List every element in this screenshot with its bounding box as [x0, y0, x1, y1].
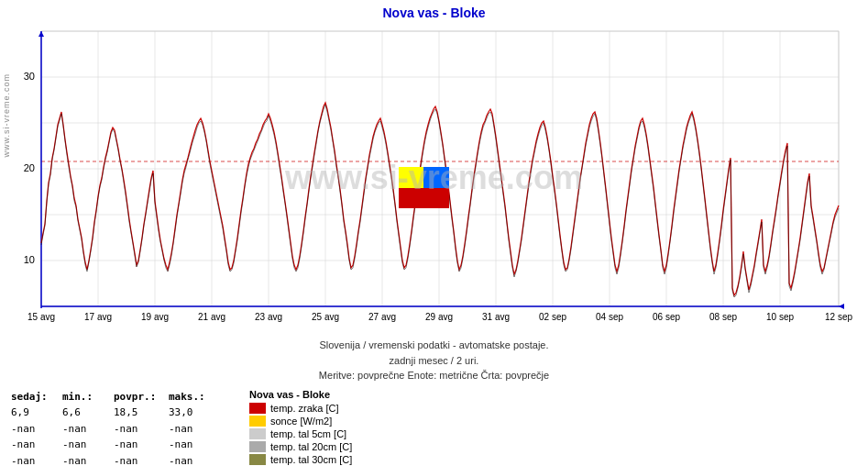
subtitle-line2: zadnji mesec / 2 uri. [0, 353, 868, 369]
stats-table: sedaj: min.: povpr.: maks.: 6,9 6,6 18,5… [11, 389, 222, 467]
svg-text:10 sep: 10 sep [766, 312, 794, 322]
legend-item-3: temp. tal 20cm [C] [249, 441, 352, 452]
subtitle-line3: Meritve: povprečne Enote: metrične Črta:… [0, 368, 868, 383]
legend-label-3: temp. tal 20cm [C] [270, 441, 352, 452]
chart-svg: 10 20 30 15 avg 17 avg 19 avg 21 avg 23 … [0, 22, 868, 334]
chart-title: Nova vas - Bloke [0, 0, 868, 22]
stat-r1-min: 6,6 [62, 405, 106, 421]
legend-label-2: temp. tal 5cm [C] [270, 428, 346, 439]
svg-text:27 avg: 27 avg [368, 312, 396, 322]
legend-item-0: temp. zraka [C] [249, 403, 352, 414]
legend-title: Nova vas - Bloke [249, 389, 352, 400]
svg-text:31 avg: 31 avg [482, 312, 510, 322]
svg-text:30: 30 [24, 71, 35, 82]
legend-item-2: temp. tal 5cm [C] [249, 428, 352, 439]
stat-header-povpr: povpr.: [114, 389, 161, 405]
svg-text:10: 10 [24, 254, 35, 265]
svg-text:08 sep: 08 sep [709, 312, 737, 322]
stat-r1-maks: 33,0 [169, 405, 213, 421]
legend-item-1: sonce [W/m2] [249, 416, 352, 427]
stat-header-min: min.: [62, 389, 106, 405]
legend-color-3 [249, 441, 266, 452]
legend-color-4 [249, 454, 266, 465]
svg-text:23 avg: 23 avg [255, 312, 282, 322]
legend-label-4: temp. tal 30cm [C] [270, 454, 352, 465]
svg-text:02 sep: 02 sep [539, 312, 566, 322]
legend-label-0: temp. zraka [C] [270, 403, 339, 414]
svg-text:21 avg: 21 avg [198, 312, 225, 322]
svg-text:29 avg: 29 avg [425, 312, 453, 322]
subtitle-line1: Slovenija / vremenski podatki - avtomats… [0, 338, 868, 353]
legend-section: Nova vas - Bloke temp. zraka [C] sonce [… [249, 389, 352, 467]
stat-r1-sedaj: 6,9 [11, 405, 55, 421]
svg-rect-48 [399, 188, 449, 208]
legend-label-1: sonce [W/m2] [270, 416, 332, 427]
svg-text:04 sep: 04 sep [596, 312, 623, 322]
svg-text:17 avg: 17 avg [84, 312, 112, 322]
legend-item-4: temp. tal 30cm [C] [249, 454, 352, 465]
legend-color-1 [249, 416, 266, 427]
chart-container: Nova vas - Bloke www.si-vreme.com www.si… [0, 0, 868, 466]
svg-text:25 avg: 25 avg [312, 312, 339, 322]
legend-color-2 [249, 428, 266, 439]
svg-text:06 sep: 06 sep [653, 312, 680, 322]
svg-text:15 avg: 15 avg [27, 312, 55, 322]
stat-r1-povpr: 18,5 [114, 405, 161, 421]
stat-header-maks: maks.: [169, 389, 213, 405]
svg-text:19 avg: 19 avg [141, 312, 169, 322]
subtitle-area: Slovenija / vremenski podatki - avtomats… [0, 338, 868, 383]
svg-text:20: 20 [24, 162, 35, 173]
svg-text:12 sep: 12 sep [825, 312, 852, 322]
legend-color-0 [249, 403, 266, 414]
stat-header-sedaj: sedaj: [11, 389, 55, 405]
